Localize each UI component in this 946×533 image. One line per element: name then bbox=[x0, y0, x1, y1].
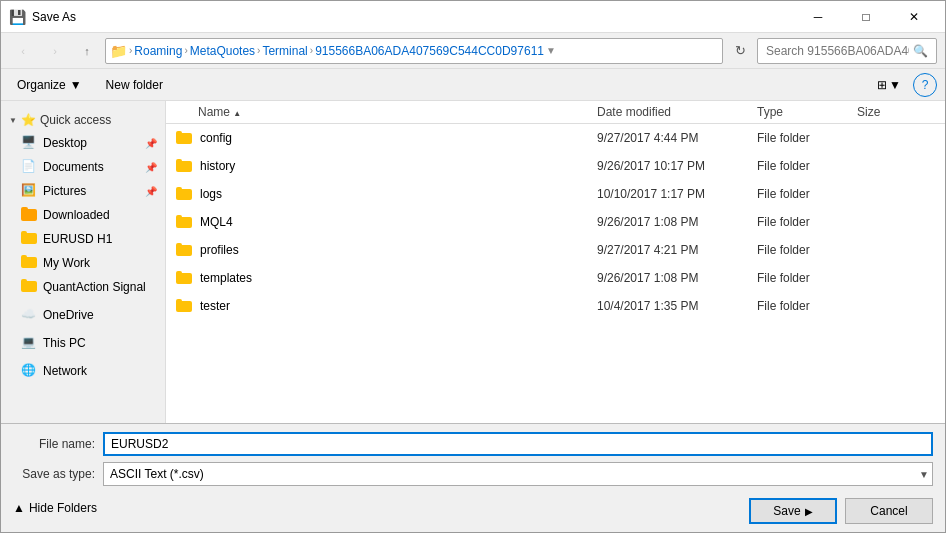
eurusd-folder-icon bbox=[21, 231, 37, 247]
column-header-type[interactable]: Type bbox=[757, 105, 857, 119]
sidebar-item-eurusd[interactable]: EURUSD H1 bbox=[1, 227, 165, 251]
close-button[interactable]: ✕ bbox=[891, 1, 937, 33]
organize-label: Organize bbox=[17, 78, 66, 92]
view-button[interactable]: ⊞ ▼ bbox=[873, 73, 905, 97]
file-name-cell: config bbox=[200, 131, 597, 145]
table-row[interactable]: MQL4 9/26/2017 1:08 PM File folder bbox=[166, 208, 945, 236]
filetype-row: Save as type: ASCII Text (*.csv) ▼ bbox=[13, 462, 933, 486]
filetype-select[interactable]: ASCII Text (*.csv) bbox=[103, 462, 933, 486]
maximize-button[interactable]: □ bbox=[843, 1, 889, 33]
address-bar[interactable]: 📁 › Roaming › MetaQuotes › Terminal › 91… bbox=[105, 38, 723, 64]
file-type-cell: File folder bbox=[757, 131, 857, 145]
up-button[interactable]: ↑ bbox=[73, 38, 101, 64]
crumb-terminal[interactable]: Terminal bbox=[262, 44, 307, 58]
filename-input[interactable] bbox=[103, 432, 933, 456]
navigation-toolbar: ‹ › ↑ 📁 › Roaming › MetaQuotes › Termina… bbox=[1, 33, 945, 69]
folder-icon bbox=[174, 212, 194, 232]
sidebar-item-pictures[interactable]: 🖼️ Pictures 📌 bbox=[1, 179, 165, 203]
hide-folders-label: Hide Folders bbox=[29, 501, 97, 515]
save-button[interactable]: Save ▶ bbox=[749, 498, 837, 524]
table-row[interactable]: logs 10/10/2017 1:17 PM File folder bbox=[166, 180, 945, 208]
sidebar-item-thispc[interactable]: 💻 This PC bbox=[1, 331, 165, 355]
new-folder-button[interactable]: New folder bbox=[98, 73, 171, 97]
address-breadcrumb: 📁 › Roaming › MetaQuotes › Terminal › 91… bbox=[110, 43, 556, 59]
search-box[interactable]: 🔍 bbox=[757, 38, 937, 64]
folder-icon bbox=[174, 128, 194, 148]
folder-icon bbox=[174, 156, 194, 176]
refresh-button[interactable]: ↻ bbox=[727, 38, 753, 64]
crumb-metaquotes[interactable]: MetaQuotes bbox=[190, 44, 255, 58]
file-type-cell: File folder bbox=[757, 187, 857, 201]
table-row[interactable]: config 9/27/2017 4:44 PM File folder bbox=[166, 124, 945, 152]
folder-icon bbox=[174, 240, 194, 260]
file-date-cell: 9/26/2017 1:08 PM bbox=[597, 215, 757, 229]
back-button[interactable]: ‹ bbox=[9, 38, 37, 64]
sidebar-item-label: Network bbox=[43, 364, 87, 378]
quick-access-label: Quick access bbox=[40, 113, 111, 127]
file-date-cell: 9/26/2017 1:08 PM bbox=[597, 271, 757, 285]
sidebar: ▼ ⭐ Quick access 🖥️ Desktop 📌 📄 Document… bbox=[1, 101, 166, 423]
folder-icon bbox=[174, 184, 194, 204]
file-type-cell: File folder bbox=[757, 299, 857, 313]
network-icon: 🌐 bbox=[21, 363, 37, 379]
pin-icon: 📌 bbox=[145, 162, 157, 173]
hide-folders-toggle[interactable]: ▲ Hide Folders bbox=[13, 499, 97, 517]
column-header-name[interactable]: Name ▲ bbox=[174, 105, 597, 119]
sort-arrow-icon: ▲ bbox=[233, 109, 241, 118]
file-date-cell: 10/4/2017 1:35 PM bbox=[597, 299, 757, 313]
sidebar-item-desktop[interactable]: 🖥️ Desktop 📌 bbox=[1, 131, 165, 155]
search-input[interactable] bbox=[766, 44, 909, 58]
crumb-roaming[interactable]: Roaming bbox=[134, 44, 182, 58]
pictures-icon: 🖼️ bbox=[21, 183, 37, 199]
file-rows-container: config 9/27/2017 4:44 PM File folder his… bbox=[166, 124, 945, 320]
file-name-cell: history bbox=[200, 159, 597, 173]
sidebar-item-quantaction[interactable]: QuantAction Signal bbox=[1, 275, 165, 299]
sidebar-item-mywork[interactable]: My Work bbox=[1, 251, 165, 275]
sidebar-item-label: EURUSD H1 bbox=[43, 232, 112, 246]
title-bar: 💾 Save As ─ □ ✕ bbox=[1, 1, 945, 33]
sub-toolbar: Organize ▼ New folder ⊞ ▼ ? bbox=[1, 69, 945, 101]
file-type-cell: File folder bbox=[757, 243, 857, 257]
window-icon: 💾 bbox=[9, 9, 26, 25]
sidebar-item-network[interactable]: 🌐 Network bbox=[1, 359, 165, 383]
desktop-icon: 🖥️ bbox=[21, 135, 37, 151]
filename-row: File name: bbox=[13, 432, 933, 456]
downloaded-icon bbox=[21, 207, 37, 223]
organize-button[interactable]: Organize ▼ bbox=[9, 73, 90, 97]
column-header-size[interactable]: Size bbox=[857, 105, 937, 119]
table-row[interactable]: templates 9/26/2017 1:08 PM File folder bbox=[166, 264, 945, 292]
sidebar-item-downloaded[interactable]: Downloaded bbox=[1, 203, 165, 227]
file-name-cell: MQL4 bbox=[200, 215, 597, 229]
cancel-button[interactable]: Cancel bbox=[845, 498, 933, 524]
quick-access-header[interactable]: ▼ ⭐ Quick access bbox=[1, 109, 165, 131]
file-type-cell: File folder bbox=[757, 159, 857, 173]
documents-icon: 📄 bbox=[21, 159, 37, 175]
table-row[interactable]: tester 10/4/2017 1:35 PM File folder bbox=[166, 292, 945, 320]
help-button[interactable]: ? bbox=[913, 73, 937, 97]
file-list-header: Name ▲ Date modified Type Size bbox=[166, 101, 945, 124]
file-name-cell: templates bbox=[200, 271, 597, 285]
onedrive-icon: ☁️ bbox=[21, 307, 37, 323]
thispc-icon: 💻 bbox=[21, 335, 37, 351]
table-row[interactable]: profiles 9/27/2017 4:21 PM File folder bbox=[166, 236, 945, 264]
mywork-folder-icon bbox=[21, 255, 37, 271]
sidebar-item-onedrive[interactable]: ☁️ OneDrive bbox=[1, 303, 165, 327]
sidebar-item-label: My Work bbox=[43, 256, 90, 270]
forward-button[interactable]: › bbox=[41, 38, 69, 64]
bottom-panel: File name: Save as type: ASCII Text (*.c… bbox=[1, 423, 945, 532]
sidebar-item-label: QuantAction Signal bbox=[43, 280, 146, 294]
file-name-cell: profiles bbox=[200, 243, 597, 257]
column-header-date[interactable]: Date modified bbox=[597, 105, 757, 119]
sidebar-item-label: Documents bbox=[43, 160, 104, 174]
sidebar-item-documents[interactable]: 📄 Documents 📌 bbox=[1, 155, 165, 179]
hide-folders-chevron-icon: ▲ bbox=[13, 501, 25, 515]
quantaction-folder-icon bbox=[21, 279, 37, 295]
cursor-indicator: ▶ bbox=[805, 506, 813, 517]
table-row[interactable]: history 9/26/2017 10:17 PM File folder bbox=[166, 152, 945, 180]
save-as-dialog: 💾 Save As ─ □ ✕ ‹ › ↑ 📁 › Roaming › Meta… bbox=[0, 0, 946, 533]
file-type-cell: File folder bbox=[757, 215, 857, 229]
crumb-guid[interactable]: 915566BA06ADA407569C544CC0D97611 bbox=[315, 44, 544, 58]
minimize-button[interactable]: ─ bbox=[795, 1, 841, 33]
folder-icon bbox=[174, 268, 194, 288]
thispc-section: 💻 This PC bbox=[1, 331, 165, 355]
